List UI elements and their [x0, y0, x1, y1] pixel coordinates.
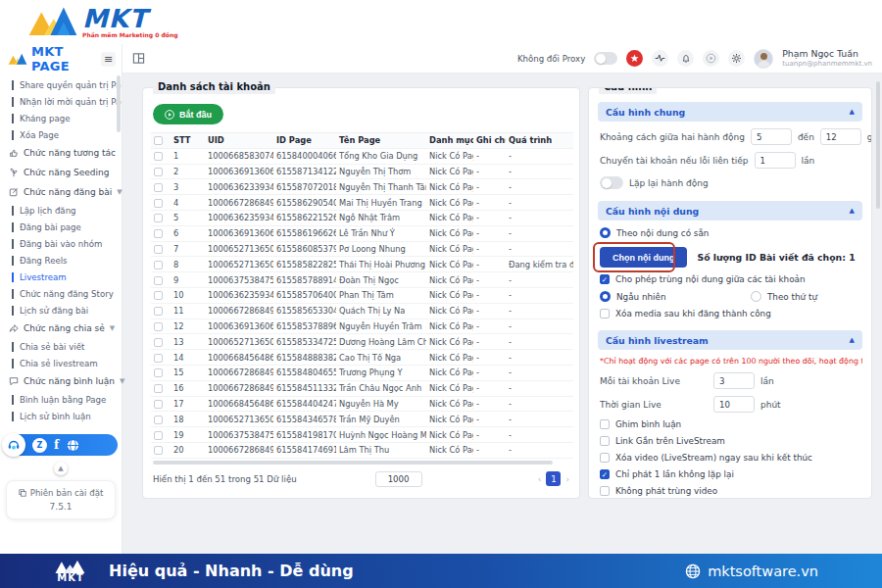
- sidebar-item[interactable]: Share quyền quản trị Page: [0, 76, 122, 93]
- row-checkbox[interactable]: [154, 214, 163, 222]
- livestream-option-checkbox[interactable]: [600, 419, 610, 429]
- sidebar-item[interactable]: Kháng page: [0, 110, 122, 126]
- choose-content-button[interactable]: Chọn nội dung: [600, 247, 687, 268]
- activity-icon[interactable]: [652, 50, 668, 67]
- row-checkbox[interactable]: [154, 354, 163, 363]
- sidebar-section[interactable]: Chức năng chia sẻ▼: [0, 318, 122, 338]
- hot-feature-icon[interactable]: [626, 50, 643, 67]
- table-cell: -: [506, 412, 573, 427]
- row-checkbox[interactable]: [154, 152, 163, 161]
- settings-gear-icon[interactable]: [728, 50, 745, 67]
- table-cell: Nick Có Page: [426, 257, 473, 272]
- start-button[interactable]: Bắt đầu: [153, 104, 223, 124]
- table-row: 810006527136506361558582282506Thái Thị H…: [151, 257, 573, 272]
- sidebar-section[interactable]: Chức năng Seeding: [0, 163, 122, 182]
- section-content-header[interactable]: Cấu hình nội dung▲: [598, 201, 862, 220]
- zalo-icon[interactable]: Z: [32, 438, 47, 453]
- user-avatar[interactable]: [754, 49, 773, 69]
- livestream-option-checkbox[interactable]: [600, 453, 610, 463]
- sidebar-item[interactable]: Lịch sử đăng bài: [0, 302, 122, 318]
- row-checkbox[interactable]: [154, 431, 163, 440]
- chevron-up-icon: ▲: [850, 207, 855, 215]
- row-checkbox[interactable]: [154, 291, 163, 300]
- current-page-button[interactable]: 1: [546, 471, 561, 486]
- row-checkbox[interactable]: [154, 384, 163, 393]
- column-header: UID: [205, 133, 273, 149]
- sidebar-footer-collapse-button[interactable]: ▲: [54, 462, 68, 475]
- row-checkbox[interactable]: [154, 245, 163, 254]
- next-page-icon[interactable]: ›: [565, 474, 569, 484]
- source-content-radio[interactable]: [600, 227, 611, 238]
- tutorial-play-icon[interactable]: [703, 50, 719, 67]
- section-livestream-header[interactable]: Cấu hình livestream▲: [598, 330, 862, 350]
- table-row: 310006362339343961558707201816Nguyễn Thị…: [151, 179, 573, 195]
- row-checkbox[interactable]: [154, 183, 163, 192]
- row-checkbox[interactable]: [154, 400, 163, 409]
- section-general-header[interactable]: Cấu hình chung▲: [598, 102, 862, 122]
- switch-account-input[interactable]: [755, 152, 796, 169]
- table-cell: 5: [171, 210, 205, 225]
- sidebar-section[interactable]: Chức năng đăng bài▼: [0, 182, 122, 202]
- facebook-icon[interactable]: f: [54, 438, 59, 452]
- proxy-toggle[interactable]: [594, 52, 617, 65]
- sidebar-item[interactable]: Nhận lời mời quản trị Page: [0, 93, 122, 110]
- layout-toggle-icon[interactable]: [132, 52, 145, 65]
- support-icon[interactable]: [2, 433, 25, 457]
- spacing-from-input[interactable]: [751, 128, 792, 145]
- page-size-select[interactable]: 1000: [375, 471, 422, 487]
- row-checkbox[interactable]: [154, 307, 163, 316]
- row-checkbox[interactable]: [154, 276, 163, 285]
- row-checkbox[interactable]: [154, 322, 163, 331]
- repeat-action-toggle[interactable]: [600, 176, 623, 189]
- allow-duplicate-checkbox[interactable]: ✓: [600, 274, 610, 284]
- table-horizontal-scrollbar[interactable]: [153, 461, 553, 465]
- user-email: tuanpn@phanmemmkt.vn: [782, 60, 872, 68]
- accounts-panel-title: Danh sách tài khoản: [153, 80, 275, 94]
- user-name: Phạm Ngọc Tuấn: [782, 49, 872, 60]
- livestream-option-checkbox[interactable]: [600, 486, 610, 496]
- row-checkbox[interactable]: [154, 446, 163, 455]
- notifications-bell-icon[interactable]: [677, 50, 694, 67]
- row-checkbox[interactable]: [154, 229, 163, 238]
- sidebar-item[interactable]: Bình luận bằng Page: [0, 391, 122, 408]
- prev-page-icon[interactable]: ‹: [538, 474, 542, 484]
- user-info[interactable]: Phạm Ngọc Tuấn tuanpn@phanmemmkt.vn: [782, 49, 872, 68]
- sequential-order-radio[interactable]: [751, 291, 761, 302]
- sidebar-section[interactable]: Chức năng bình luận▼: [0, 371, 122, 391]
- livestream-option-checkbox[interactable]: [600, 436, 610, 446]
- sidebar-item[interactable]: Livestream: [0, 269, 122, 285]
- row-checkbox[interactable]: [154, 338, 163, 347]
- table-cell: Nick Có Page: [426, 442, 473, 458]
- live-per-account-unit: lần: [760, 376, 774, 386]
- table-cell: 61558608537901: [273, 241, 336, 257]
- content-scrollbar[interactable]: [876, 81, 880, 209]
- sidebar-item[interactable]: Lịch sử bình luận: [0, 408, 122, 424]
- sidebar-item[interactable]: Chia sẻ livestream: [0, 355, 122, 371]
- sidebar-collapse-icon[interactable]: ≡: [101, 52, 116, 67]
- table-cell: -: [506, 195, 573, 211]
- spacing-to-input[interactable]: [820, 128, 861, 145]
- select-all-checkbox[interactable]: [154, 136, 163, 145]
- row-checkbox[interactable]: [154, 416, 163, 424]
- sidebar-item[interactable]: Chia sẻ bài viết: [0, 338, 122, 355]
- table-cell: Nick Có Page: [426, 303, 473, 318]
- live-per-account-input[interactable]: [713, 372, 755, 389]
- website-globe-icon[interactable]: [66, 438, 80, 453]
- row-checkbox[interactable]: [154, 368, 163, 377]
- sidebar-item[interactable]: Xóa Page: [0, 126, 122, 143]
- sidebar-item[interactable]: Đăng bài vào nhóm: [0, 235, 122, 252]
- row-checkbox[interactable]: [154, 199, 163, 208]
- sidebar-item[interactable]: Đăng Reels: [0, 252, 122, 269]
- random-order-radio[interactable]: [600, 291, 611, 302]
- row-checkbox[interactable]: [154, 261, 163, 270]
- sidebar-scrollbar[interactable]: [117, 75, 121, 132]
- sidebar-item[interactable]: Chức năng đăng Story: [0, 285, 122, 302]
- footer-website[interactable]: mktsoftware.vn: [685, 564, 818, 579]
- sidebar-section[interactable]: Chức năng tương tác: [0, 143, 122, 163]
- row-checkbox[interactable]: [154, 168, 163, 176]
- livestream-option-checkbox[interactable]: ✓: [600, 469, 610, 479]
- delete-media-checkbox[interactable]: [600, 309, 610, 318]
- sidebar-item[interactable]: Đăng bài page: [0, 219, 122, 235]
- live-duration-input[interactable]: [713, 396, 755, 413]
- sidebar-item[interactable]: Lập lịch đăng: [0, 202, 122, 219]
